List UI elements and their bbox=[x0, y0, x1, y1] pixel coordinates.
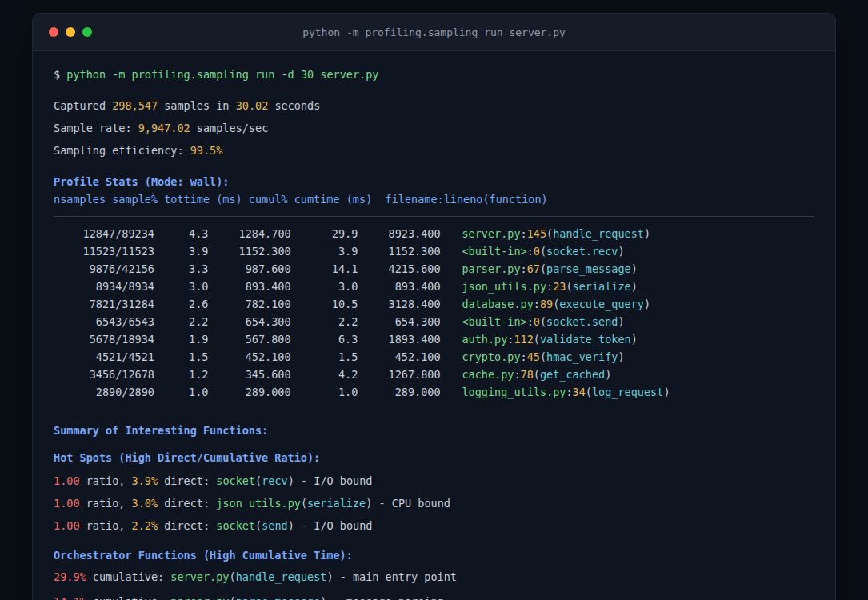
ratio-value: 1.00 bbox=[54, 519, 80, 532]
file-name: parser.py bbox=[170, 595, 229, 600]
rparen: ) bbox=[631, 262, 638, 275]
lparen: ( bbox=[534, 368, 540, 381]
col-tottime: 1152.300 bbox=[208, 242, 290, 260]
function-name: recv bbox=[262, 474, 288, 487]
hot-spot-location: json_utils.py(serialize) bbox=[216, 497, 372, 510]
ratio-label: ratio, bbox=[86, 519, 126, 532]
hot-spot-note: - I/O bound bbox=[301, 474, 372, 487]
table-row: 3456/12678 1.2 345.600 4.2 1267.800 cach… bbox=[54, 366, 814, 383]
col-cumul-pct: 14.1 bbox=[291, 260, 358, 278]
hot-spot-location: socket(recv) bbox=[216, 474, 294, 487]
cumulative-pct: 29.9% bbox=[54, 570, 86, 583]
hot-spot-location: socket(send) bbox=[216, 519, 294, 532]
col-cumul-pct: 29.9 bbox=[291, 225, 358, 242]
col-cumtime: 452.100 bbox=[358, 348, 440, 366]
rparen: ) bbox=[618, 245, 624, 258]
function-name: get_cached bbox=[540, 368, 605, 381]
table-row: 6543/6543 2.2 654.300 2.2 654.300 <built… bbox=[54, 313, 814, 330]
lparen: ( bbox=[566, 280, 572, 293]
lparen: ( bbox=[255, 519, 262, 532]
ratio-value: 1.00 bbox=[54, 497, 80, 510]
maximize-button[interactable] bbox=[82, 27, 92, 37]
col-cumtime: 654.300 bbox=[358, 313, 440, 330]
hot-spot-item: 1.00 ratio, 3.9% direct: socket(recv) - … bbox=[54, 470, 814, 492]
col-location: parser.py:67(parse_message) bbox=[462, 260, 638, 278]
file-name: socket bbox=[216, 519, 255, 532]
efficiency-label: Sampling efficiency: bbox=[54, 144, 184, 157]
file-name: crypto.py bbox=[462, 350, 520, 363]
summary-heading: Summary of Interesting Functions: bbox=[54, 422, 814, 439]
lparen: ( bbox=[540, 315, 546, 328]
rparen: ) bbox=[320, 595, 326, 600]
command-text: python -m profiling.sampling run -d 30 s… bbox=[66, 68, 378, 81]
file-name: <built-in> bbox=[462, 315, 526, 328]
line-number: 78 bbox=[521, 368, 534, 381]
sample-rate-label: Sample rate: bbox=[54, 122, 132, 134]
file-name: auth.py bbox=[462, 333, 507, 346]
col-sample-pct: 1.0 bbox=[154, 383, 208, 401]
orchestrator-item: 29.9% cumulative: server.py(handle_reque… bbox=[54, 567, 814, 587]
orchestrator-note: - main entry point bbox=[340, 570, 457, 583]
rparen: ) bbox=[644, 298, 650, 310]
file-name: logging_utils.py bbox=[462, 386, 566, 398]
captured-mid: samples in bbox=[164, 99, 229, 112]
col-cumul-pct: 1.5 bbox=[291, 348, 358, 366]
col-nsamples: 6543/6543 bbox=[54, 313, 154, 330]
terminal-window: python -m profiling.sampling run server.… bbox=[32, 13, 836, 600]
cumulative-label: cumulative: bbox=[93, 570, 164, 583]
sample-rate-value: 9,947.02 bbox=[138, 122, 190, 134]
col-sample-pct: 3.9 bbox=[154, 242, 208, 260]
lparen: ( bbox=[540, 262, 546, 275]
function-name: parse_message bbox=[236, 595, 321, 600]
colon: : bbox=[514, 368, 520, 381]
file-name: socket bbox=[216, 474, 255, 487]
line-number: 112 bbox=[514, 333, 533, 346]
col-location: crypto.py:45(hmac_verify) bbox=[462, 348, 624, 366]
file-name: cache.py bbox=[462, 368, 514, 381]
line-number: 23 bbox=[553, 280, 566, 293]
col-sample-pct: 2.6 bbox=[154, 295, 208, 313]
col-cumtime: 4215.600 bbox=[358, 260, 440, 278]
col-location: cache.py:78(get_cached) bbox=[462, 366, 611, 383]
table-divider bbox=[54, 216, 814, 217]
rparen: ) bbox=[326, 570, 333, 583]
close-button[interactable] bbox=[49, 27, 58, 37]
col-cumul-pct: 10.5 bbox=[291, 295, 358, 313]
rparen: ) bbox=[618, 350, 624, 363]
col-cumtime: 8923.400 bbox=[358, 225, 440, 242]
table-row: 5678/18934 1.9 567.800 6.3 1893.400 auth… bbox=[54, 330, 814, 348]
function-name: log_request bbox=[592, 386, 663, 398]
rparen: ) bbox=[618, 315, 624, 328]
col-nsamples: 11523/11523 bbox=[54, 242, 154, 260]
orchestrator-location: parser.py(parse_message) bbox=[170, 595, 326, 600]
command-line: $ python -m profiling.sampling run -d 30… bbox=[54, 66, 814, 83]
hot-spot-note: - CPU bound bbox=[379, 497, 450, 510]
file-name: parser.py bbox=[462, 262, 520, 275]
col-nsamples: 9876/42156 bbox=[54, 260, 154, 278]
minimize-button[interactable] bbox=[66, 27, 75, 37]
rparen: ) bbox=[631, 280, 638, 293]
rparen: ) bbox=[288, 519, 294, 532]
table-row: 7821/31284 2.6 782.100 10.5 3128.400 dat… bbox=[54, 295, 814, 313]
function-name: serialize bbox=[307, 497, 366, 510]
file-name: server.py bbox=[170, 570, 229, 583]
traffic-lights bbox=[49, 27, 92, 37]
function-name: send bbox=[262, 519, 288, 532]
colon: : bbox=[534, 298, 540, 310]
table-row: 12847/89234 4.3 1284.700 29.9 8923.400 s… bbox=[54, 225, 814, 242]
col-tottime: 782.100 bbox=[208, 295, 290, 313]
cumulative-label: cumulative: bbox=[93, 595, 164, 600]
stats-table: 12847/89234 4.3 1284.700 29.9 8923.400 s… bbox=[54, 225, 814, 401]
window-titlebar[interactable]: python -m profiling.sampling run server.… bbox=[33, 14, 835, 51]
col-location: <built-in>:0(socket.recv) bbox=[462, 242, 624, 260]
col-cumtime: 289.000 bbox=[358, 383, 440, 401]
capture-summary: Captured 298,547 samples in 30.02 second… bbox=[54, 94, 814, 162]
col-sample-pct: 1.2 bbox=[154, 366, 208, 383]
col-cumul-pct: 6.3 bbox=[291, 330, 358, 348]
col-cumtime: 3128.400 bbox=[358, 295, 440, 313]
col-cumtime: 893.400 bbox=[358, 278, 440, 295]
orchestrators-list: 29.9% cumulative: server.py(handle_reque… bbox=[54, 567, 814, 600]
prompt-symbol: $ bbox=[54, 68, 60, 81]
direct-pct: 2.2% bbox=[132, 519, 158, 532]
col-nsamples: 8934/8934 bbox=[54, 278, 154, 295]
